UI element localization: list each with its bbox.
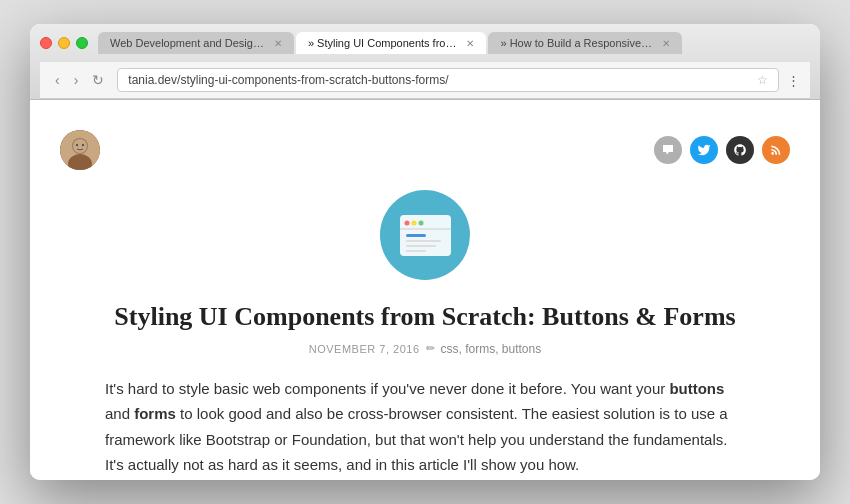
traffic-lights xyxy=(40,37,88,49)
top-nav xyxy=(50,130,800,170)
tab-1[interactable]: Web Development and Desig… ✕ xyxy=(98,32,294,54)
avatar[interactable] xyxy=(60,130,100,170)
bookmark-icon[interactable]: ☆ xyxy=(757,73,768,87)
nav-bar: ‹ › ↻ tania.dev/styling-ui-components-fr… xyxy=(40,62,810,99)
rss-icon[interactable] xyxy=(762,136,790,164)
tab-3[interactable]: » How to Build a Responsive… ✕ xyxy=(488,32,682,54)
url-text: tania.dev/styling-ui-components-from-scr… xyxy=(128,73,757,87)
social-icons xyxy=(654,136,790,164)
svg-point-5 xyxy=(82,144,84,146)
svg-point-9 xyxy=(418,220,423,225)
nav-buttons: ‹ › ↻ xyxy=(50,70,109,90)
svg-point-8 xyxy=(411,220,416,225)
chat-icon[interactable] xyxy=(654,136,682,164)
svg-point-4 xyxy=(76,144,78,146)
minimize-button[interactable] xyxy=(58,37,70,49)
tab-2-close[interactable]: ✕ xyxy=(466,38,474,49)
svg-point-7 xyxy=(404,220,409,225)
maximize-button[interactable] xyxy=(76,37,88,49)
back-button[interactable]: ‹ xyxy=(50,70,65,90)
bold-buttons: buttons xyxy=(669,380,724,397)
tab-1-close[interactable]: ✕ xyxy=(274,38,282,49)
article-tags: css, forms, buttons xyxy=(441,342,542,356)
tab-3-close[interactable]: ✕ xyxy=(662,38,670,49)
article-paragraph-1: It's hard to style basic web components … xyxy=(105,376,745,478)
tag-css[interactable]: css xyxy=(441,342,459,356)
github-icon[interactable] xyxy=(726,136,754,164)
svg-rect-14 xyxy=(406,250,426,252)
page-content: Styling UI Components from Scratch: Butt… xyxy=(30,100,820,480)
tab-3-label: » How to Build a Responsive… xyxy=(500,37,652,49)
tag-buttons[interactable]: buttons xyxy=(502,342,541,356)
tag-forms[interactable]: forms xyxy=(465,342,495,356)
menu-icon[interactable]: ⋮ xyxy=(787,73,800,88)
tab-2-label: » Styling UI Components fro… xyxy=(308,37,457,49)
svg-rect-11 xyxy=(406,234,426,237)
address-bar[interactable]: tania.dev/styling-ui-components-from-scr… xyxy=(117,68,779,92)
tab-2[interactable]: » Styling UI Components fro… ✕ xyxy=(296,32,487,54)
tab-bar: Web Development and Desig… ✕ » Styling U… xyxy=(98,32,810,54)
article-header: Styling UI Components from Scratch: Butt… xyxy=(50,190,800,356)
close-button[interactable] xyxy=(40,37,52,49)
bold-forms: forms xyxy=(134,405,176,422)
article-icon-svg xyxy=(398,213,453,258)
article-title: Styling UI Components from Scratch: Butt… xyxy=(50,300,800,334)
title-bar: Web Development and Desig… ✕ » Styling U… xyxy=(30,24,820,100)
svg-point-3 xyxy=(73,139,87,153)
svg-rect-13 xyxy=(406,245,436,247)
refresh-button[interactable]: ↻ xyxy=(87,70,109,90)
svg-rect-12 xyxy=(406,240,441,242)
article-date: NOVEMBER 7, 2016 xyxy=(309,343,420,355)
article-icon xyxy=(380,190,470,280)
tab-1-label: Web Development and Desig… xyxy=(110,37,264,49)
browser-window: Web Development and Desig… ✕ » Styling U… xyxy=(30,24,820,480)
article-body: It's hard to style basic web components … xyxy=(105,376,745,480)
pencil-icon: ✏ xyxy=(426,342,435,355)
forward-button[interactable]: › xyxy=(69,70,84,90)
article-meta: NOVEMBER 7, 2016 ✏ css, forms, buttons xyxy=(50,342,800,356)
twitter-icon[interactable] xyxy=(690,136,718,164)
avatar-image xyxy=(60,130,100,170)
